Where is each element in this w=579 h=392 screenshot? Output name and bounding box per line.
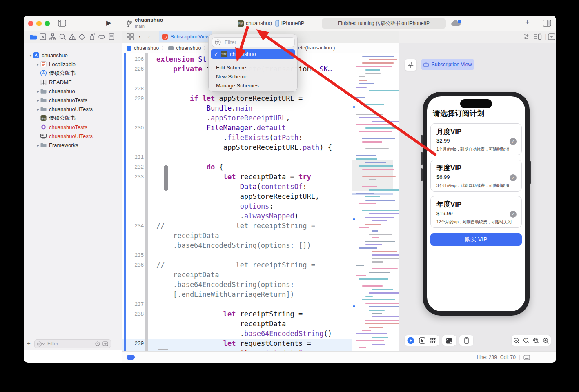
device-settings-button[interactable] [445, 338, 453, 344]
tests-navigator-icon[interactable] [78, 33, 86, 40]
toggle-sidebar-icon[interactable] [58, 20, 66, 27]
related-items-icon[interactable] [127, 33, 134, 40]
minimap-bar [369, 306, 399, 307]
sidebar-item-[interactable]: 传硕传硕公版书 [24, 114, 135, 122]
pin-preview-button[interactable] [405, 59, 417, 71]
breadcrumb-item[interactable]: chuanshuo [176, 45, 201, 51]
issues-navigator-icon[interactable] [69, 33, 76, 40]
code-text: options: [156, 201, 274, 211]
find-navigator-icon[interactable] [59, 33, 66, 40]
editor-scrollbar[interactable] [164, 165, 168, 191]
minimap-bar [356, 158, 377, 160]
scheme-menu-selected[interactable]: ✓ 传硕 chuanshuo [211, 49, 295, 59]
changes-navigator-icon[interactable] [39, 33, 47, 40]
iphone-preview: 请选择订阅计划 月度VIP$2.991个月的vip，到期自动续费，可随时取消✓季… [423, 92, 530, 316]
symbols-navigator-icon[interactable] [49, 33, 56, 40]
code-line: .base64EncodedString() [122, 329, 352, 339]
sidebar-item-frameworks[interactable]: ▸Frameworks [24, 140, 135, 149]
breadcrumb-item[interactable]: chuanshuo [134, 45, 159, 51]
cloud-status-icon[interactable] [451, 20, 461, 27]
sidebar-item-chuanshuouitests[interactable]: chuanshuoUITests [24, 131, 135, 140]
scheme-selector[interactable]: chuanshuo [246, 20, 272, 26]
buy-vip-button[interactable]: 购买 VIP [430, 233, 522, 246]
adjust-editor-icon[interactable] [534, 33, 542, 40]
checkmark-icon: ✓ [214, 51, 218, 57]
plan-price: $6.99 [436, 174, 450, 180]
scheme-filter-field[interactable] [212, 37, 295, 47]
debug-navigator-icon[interactable] [88, 33, 96, 40]
preview-target-label: Subscription View [431, 62, 472, 67]
preview-target-chip[interactable]: Subscription View [421, 59, 474, 70]
minimap-bar [359, 76, 365, 77]
minimap-bar [359, 165, 393, 167]
menu-item-manage-schemes-[interactable]: Manage Schemes… [209, 81, 297, 90]
scheme-filter-input[interactable] [224, 39, 287, 46]
breakpoints-navigator-icon[interactable] [98, 33, 105, 40]
code-text: appStoreReceiptURL, [156, 192, 319, 201]
breakpoint-indicator[interactable] [127, 355, 135, 360]
menu-item-new-scheme-[interactable]: New Scheme… [209, 72, 297, 81]
sidebar-item-chuanshuo[interactable]: ▸chuanshuoM [24, 87, 135, 96]
minimize-button[interactable] [36, 21, 42, 26]
variants-button[interactable] [430, 338, 436, 343]
zoom-fit-icon[interactable] [533, 337, 540, 344]
disclosure-chevron[interactable]: ▸ [36, 98, 40, 102]
branch-name[interactable]: main [135, 24, 145, 29]
disclosure-chevron[interactable]: ▸ [36, 143, 40, 147]
zoom-button[interactable] [45, 21, 50, 26]
source-editor[interactable]: 206extension St226 private func complete… [122, 53, 399, 351]
breadcrumb-method[interactable]: ete(transaction:) [298, 45, 335, 51]
code-review-icon[interactable] [523, 34, 530, 40]
disclosure-chevron[interactable]: ▾ [29, 53, 33, 58]
activity-status[interactable]: Finished running 传硕公版书 on iPhone8P [322, 18, 446, 29]
zoom-100-icon[interactable]: 1 [523, 337, 530, 344]
navigator-filter-input[interactable] [47, 341, 85, 347]
minimap[interactable] [352, 53, 393, 351]
source-control-filter-icon[interactable] [102, 341, 108, 346]
menu-item-edit-scheme-[interactable]: Edit Scheme… [209, 63, 297, 72]
code-line: 234// let receiptString = [122, 221, 352, 231]
recent-files-icon[interactable] [95, 341, 100, 346]
plan-card[interactable]: 年度VIP$19.9912个月的vip，到期自动续费，可随时关闭✓ [430, 196, 522, 228]
back-button[interactable]: ‹ [139, 33, 141, 40]
run-destination[interactable]: iPhone8P [281, 20, 304, 26]
run-button[interactable]: ▶ [106, 19, 111, 27]
disclosure-chevron[interactable]: ▸ [36, 89, 40, 94]
minimap-bar [365, 73, 381, 74]
sidebar-item-chuanshuo[interactable]: ▾chuanshuo [24, 51, 127, 60]
disclosure-chevron[interactable]: ▸ [36, 107, 40, 111]
plan-card[interactable]: 季度VIP$6.993个月的vip，到期自动续费，可随时取消✓ [430, 160, 522, 192]
sidebar-item-chuanshuotests[interactable]: chuanshuoTests [24, 122, 135, 131]
navigator-filter-field[interactable] [34, 339, 111, 348]
horizontal-scrollbar[interactable] [158, 349, 168, 350]
zoom-out-icon[interactable] [513, 337, 520, 344]
add-button[interactable]: + [525, 18, 530, 27]
add-file-button[interactable]: + [27, 340, 31, 347]
minimap-bar [362, 299, 395, 300]
forward-button[interactable]: › [148, 33, 150, 40]
disclosure-chevron[interactable]: ▸ [36, 62, 40, 67]
branch-project[interactable]: chuanshuo [135, 17, 163, 23]
sidebar-item-chuanshuotests[interactable]: ▸chuanshuoTests [24, 96, 135, 105]
testdiamond-icon [40, 124, 47, 130]
plan-desc: 3个月的vip，到期自动续费，可随时取消 [436, 183, 509, 189]
sidebar-item-[interactable]: 传硕公版书 [24, 69, 135, 78]
editor-layout-icon[interactable] [543, 20, 551, 27]
device-bezel-button[interactable] [464, 337, 469, 344]
live-preview-button[interactable] [407, 337, 414, 344]
project-navigator-icon[interactable] [29, 33, 37, 40]
editor-only-icon[interactable] [523, 355, 530, 360]
plan-card[interactable]: 月度VIP$2.991个月的vip，到期自动续费，可随时取消✓ [430, 123, 522, 155]
sidebar-item-localizable[interactable]: ▸Localizable [24, 60, 135, 69]
code-text: let receiptString = [156, 309, 303, 319]
branch-icon [126, 19, 132, 27]
sidebar-item-readme[interactable]: README [24, 78, 135, 87]
code-line: 231 [122, 152, 352, 162]
sidebar-item-chuanshuouitests[interactable]: ▸chuanshuoUITests [24, 105, 135, 114]
close-button[interactable] [28, 21, 33, 26]
tab-subscriptionview[interactable]: SubscriptionView [159, 31, 212, 42]
add-editor-icon[interactable] [548, 33, 555, 40]
zoom-in-icon[interactable] [543, 337, 550, 344]
selectable-mode-button[interactable] [419, 337, 425, 344]
reports-navigator-icon[interactable] [108, 33, 115, 40]
